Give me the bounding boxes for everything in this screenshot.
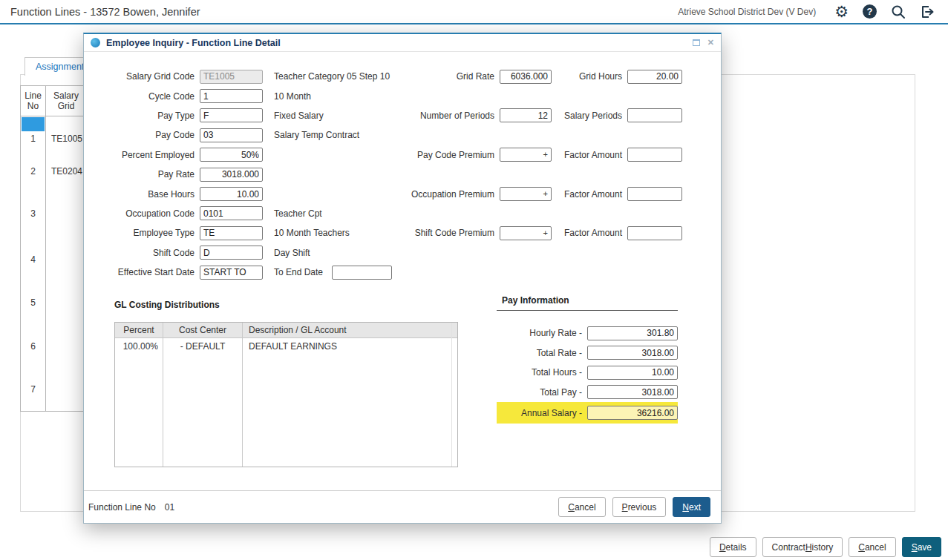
pay-row: Total Pay - bbox=[497, 383, 678, 403]
total-pay-input[interactable] bbox=[587, 385, 678, 399]
table-row[interactable]: 7 bbox=[21, 384, 87, 396]
salary-grid-cell[interactable]: TE1005 bbox=[51, 134, 82, 144]
effective-start-date-label: Effective Start Date bbox=[84, 267, 200, 277]
gl-cell-description[interactable]: DEFAULT EARNINGS bbox=[243, 338, 457, 354]
cycle-code-input[interactable] bbox=[200, 89, 263, 103]
page-cancel-button[interactable]: Cancel bbox=[849, 537, 895, 557]
number-of-periods-input[interactable] bbox=[500, 108, 552, 122]
contract-history-button[interactable]: Contract History bbox=[762, 537, 843, 557]
annual-salary-input[interactable] bbox=[587, 406, 678, 420]
search-icon[interactable] bbox=[891, 4, 906, 19]
line-no-cell[interactable]: 1 bbox=[21, 134, 45, 144]
base-hours-input[interactable] bbox=[200, 187, 263, 201]
annual-salary-row-highlighted: Annual Salary - bbox=[497, 402, 678, 424]
save-button[interactable]: Save bbox=[902, 537, 941, 557]
pay-code-description: Salary Temp Contract bbox=[274, 130, 359, 140]
gl-costing-title: GL Costing Distributions bbox=[114, 300, 220, 310]
grid-hours-label: Grid Hours bbox=[555, 71, 627, 82]
function-line-no-value: 01 bbox=[165, 502, 174, 513]
previous-button[interactable]: Previous bbox=[612, 497, 667, 517]
tab-label: Assignment bbox=[36, 62, 84, 72]
selected-cell-indicator[interactable] bbox=[22, 117, 45, 131]
effective-start-date-input[interactable] bbox=[200, 266, 263, 280]
function-line-form: Salary Grid Code Teacher Category 05 Ste… bbox=[84, 67, 721, 282]
percent-employed-input[interactable] bbox=[200, 148, 263, 162]
line-no-cell[interactable]: 7 bbox=[21, 384, 45, 395]
table-row[interactable]: 6 bbox=[21, 341, 87, 353]
line-no-cell[interactable]: 5 bbox=[21, 297, 45, 308]
shift-code-premium-field[interactable]: + bbox=[500, 226, 552, 240]
gl-header-description: Description / GL Account bbox=[243, 323, 457, 338]
cycle-code-description: 10 Month bbox=[274, 91, 311, 102]
logout-icon[interactable] bbox=[920, 4, 936, 19]
line-no-cell[interactable]: 4 bbox=[21, 254, 45, 265]
gl-scrollbar[interactable] bbox=[451, 323, 452, 467]
function-line-no-label: Function Line No bbox=[88, 502, 156, 513]
factor-amount-input[interactable] bbox=[627, 226, 682, 240]
help-icon[interactable]: ? bbox=[863, 4, 877, 19]
form-row: Shift Code Day Shift bbox=[84, 243, 721, 263]
gl-header-cost-center: Cost Center bbox=[163, 323, 242, 338]
total-rate-input[interactable] bbox=[587, 346, 678, 360]
plus-icon[interactable]: + bbox=[543, 229, 548, 237]
employee-inquiry-dialog: Employee Inquiry - Function Line Detail … bbox=[83, 33, 722, 524]
dialog-icon bbox=[91, 38, 100, 47]
annual-salary-label: Annual Salary - bbox=[497, 408, 587, 418]
maximize-icon[interactable] bbox=[693, 39, 700, 46]
plus-icon[interactable]: + bbox=[543, 190, 548, 198]
table-row[interactable]: 2 TE0204 bbox=[21, 166, 87, 178]
form-row: Cycle Code 10 Month bbox=[84, 86, 721, 105]
pay-rate-label: Pay Rate bbox=[84, 169, 200, 179]
grid-rate-input[interactable] bbox=[500, 70, 552, 84]
occupation-code-input[interactable] bbox=[200, 206, 263, 220]
details-button[interactable]: Details bbox=[710, 537, 756, 557]
dialog-footer: Function Line No 01 Cancel Previous Next bbox=[84, 490, 721, 523]
pay-code-premium-field[interactable]: + bbox=[500, 148, 552, 162]
number-of-periods-label: Number of Periods bbox=[351, 111, 500, 121]
grid-hours-input[interactable] bbox=[627, 70, 682, 84]
total-hours-input[interactable] bbox=[587, 366, 678, 380]
salary-grid-code-label: Salary Grid Code bbox=[84, 71, 200, 82]
occupation-premium-field[interactable]: + bbox=[500, 187, 552, 201]
pay-code-label: Pay Code bbox=[84, 130, 200, 140]
page-title: Function Lines - 13572 Bowen, Jennifer bbox=[10, 6, 200, 18]
table-row[interactable]: 4 bbox=[21, 254, 87, 266]
salary-grid-code-input bbox=[200, 70, 263, 84]
factor-amount-input[interactable] bbox=[627, 187, 682, 201]
cancel-button[interactable]: Cancel bbox=[558, 497, 605, 517]
dialog-titlebar: Employee Inquiry - Function Line Detail … bbox=[84, 34, 721, 52]
hourly-rate-input[interactable] bbox=[587, 326, 678, 340]
employee-type-label: Employee Type bbox=[84, 228, 200, 238]
factor-amount-label: Factor Amount bbox=[555, 228, 627, 238]
pay-rate-input[interactable] bbox=[200, 168, 263, 182]
occupation-premium-label: Occupation Premium bbox=[351, 189, 500, 200]
pay-type-input[interactable] bbox=[200, 108, 263, 122]
column-header-line-no: Line No bbox=[21, 86, 45, 116]
form-row: Number of Periods Salary Periods bbox=[351, 106, 700, 125]
pay-code-input[interactable] bbox=[200, 128, 263, 142]
form-row: Shift Code Premium + Factor Amount bbox=[351, 223, 700, 243]
end-date-input[interactable] bbox=[332, 266, 392, 280]
employee-type-input[interactable] bbox=[200, 226, 263, 240]
gl-header-percent: Percent bbox=[115, 323, 163, 338]
gl-cell-cost-center[interactable]: - DEFAULT bbox=[163, 338, 242, 354]
plus-icon[interactable]: + bbox=[543, 151, 548, 159]
factor-amount-input[interactable] bbox=[627, 148, 682, 162]
salary-periods-input[interactable] bbox=[627, 108, 682, 122]
shift-code-input[interactable] bbox=[200, 246, 263, 260]
gl-costing-table: Percent 100.00% Cost Center - DEFAULT De… bbox=[114, 322, 458, 467]
settings-icon[interactable]: ⚙ bbox=[834, 4, 849, 19]
table-row[interactable]: 3 bbox=[21, 208, 87, 220]
environment-label: Atrieve School District Dev (V Dev) bbox=[678, 7, 816, 17]
table-row[interactable]: 5 bbox=[21, 297, 87, 309]
gl-cell-percent[interactable]: 100.00% bbox=[115, 338, 163, 354]
table-row[interactable]: 1 TE1005 bbox=[21, 134, 87, 145]
line-no-cell[interactable]: 2 bbox=[21, 166, 45, 177]
line-no-cell[interactable]: 6 bbox=[21, 341, 45, 352]
next-button[interactable]: Next bbox=[673, 497, 710, 517]
table-header: Line No Salary Grid bbox=[21, 86, 87, 116]
close-icon[interactable]: ✕ bbox=[707, 39, 714, 47]
salary-grid-cell[interactable]: TE0204 bbox=[51, 166, 82, 177]
form-row: Occupation Code Teacher Cpt bbox=[84, 204, 721, 223]
line-no-cell[interactable]: 3 bbox=[21, 208, 45, 219]
